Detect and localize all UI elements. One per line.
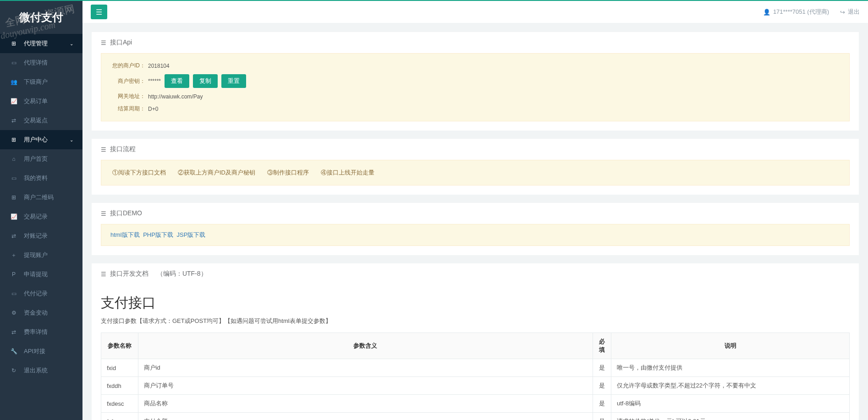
- nav-icon: ⊞: [9, 194, 18, 201]
- reset-button[interactable]: 重置: [221, 74, 246, 88]
- cell-required: 是: [593, 377, 611, 395]
- cell-desc: utf-8编码: [611, 395, 850, 413]
- chevron-down-icon: ⌄: [70, 41, 73, 46]
- sidebar-item[interactable]: 🔧API对接: [0, 342, 82, 361]
- cell-name: fxdesc: [101, 395, 138, 413]
- logout-link[interactable]: ↪ 退出: [840, 8, 860, 16]
- sidebar-item[interactable]: ▭代付记录: [0, 284, 82, 303]
- cell-desc: 唯一号，由微付支付提供: [611, 359, 850, 377]
- nav-label: 下级商户: [24, 78, 48, 86]
- sidebar-item[interactable]: ⊞商户二维码: [0, 188, 82, 207]
- settle-value: D+0: [148, 106, 158, 112]
- nav-label: 退出系统: [24, 366, 48, 375]
- panel-heading-flow: ☰ 接口流程: [92, 139, 859, 160]
- user-profile-link[interactable]: 👤 171****7051 (代理商): [763, 8, 829, 16]
- user-name: 171****7051 (代理商): [773, 8, 829, 16]
- list-icon: ☰: [101, 271, 106, 278]
- chevron-down-icon: ⌄: [70, 137, 73, 142]
- merchant-id-value: 2018104: [148, 63, 170, 69]
- nav-icon: ＋: [9, 251, 18, 259]
- sidebar-item[interactable]: 📈交易订单: [0, 92, 82, 111]
- panel-title: 接口流程: [110, 145, 136, 153]
- cell-meaning: 商户订单号: [138, 377, 593, 395]
- nav-label: 资金变动: [24, 309, 48, 317]
- sidebar-item[interactable]: ⇄费率详情: [0, 322, 82, 342]
- sidebar-item[interactable]: 📈交易记录: [0, 207, 82, 226]
- nav-user-center[interactable]: ⊞ 用户中心 ⌄: [0, 130, 82, 149]
- list-icon: ☰: [101, 39, 106, 46]
- list-icon: ☰: [101, 210, 106, 217]
- doc-subtitle: 支付接口参数【请求方式：GET或POST均可】【如遇问题可尝试用html表单提交…: [101, 317, 850, 325]
- copy-button[interactable]: 复制: [193, 74, 218, 88]
- cell-meaning: 商户id: [138, 359, 593, 377]
- nav-icon: ⇄: [9, 117, 18, 124]
- sidebar-item[interactable]: ＋提现账户: [0, 245, 82, 265]
- panel-api: ☰ 接口Api 您的商户ID： 2018104 商户密钥： ****** 查看: [92, 32, 859, 131]
- cell-desc: 仅允许字母或数字类型,不超过22个字符，不要有中文: [611, 377, 850, 395]
- nav-label: 我的资料: [24, 174, 48, 182]
- doc-heading: 支付接口: [101, 294, 850, 312]
- nav-label: 对账记录: [24, 232, 48, 240]
- cell-name: fxddh: [101, 377, 138, 395]
- nav-icon: ⇄: [9, 233, 18, 239]
- gateway-label: 网关地址：: [112, 93, 145, 100]
- sidebar-item[interactable]: ▭代理详情: [0, 53, 82, 72]
- nav-label: API对接: [24, 347, 45, 355]
- demo-links-box: html版下载 PHP版下载 JSP版下载: [101, 224, 850, 246]
- flow-steps: ①阅读下方接口文档 ②获取上方商户ID及商户秘钥 ③制作接口程序 ④接口上线开始…: [101, 160, 850, 185]
- sidebar: 微付支付 ⊞ 代理管理 ⌄ ▭代理详情👥下级商户📈交易订单⇄交易返点 ⊞ 用户中…: [0, 1, 82, 420]
- secret-label: 商户密钥：: [112, 77, 145, 85]
- demo-link-jsp[interactable]: JSP版下载: [177, 231, 206, 238]
- panel-heading-api: ☰ 接口Api: [92, 32, 859, 53]
- cell-meaning: 商品名称: [138, 395, 593, 413]
- table-row: fxddh商户订单号是仅允许字母或数字类型,不超过22个字符，不要有中文: [101, 377, 850, 395]
- sidebar-item[interactable]: ⚙资金变动: [0, 303, 82, 322]
- demo-link-php[interactable]: PHP版下载: [143, 231, 173, 238]
- nav-label: 商户二维码: [24, 193, 54, 202]
- params-table: 参数名称 参数含义 必填 说明 fxid商户id是唯一号，由微付支付提供fxdd…: [101, 333, 850, 420]
- table-row: fxid商户id是唯一号，由微付支付提供: [101, 359, 850, 377]
- list-icon: ☰: [101, 146, 106, 153]
- sidebar-item[interactable]: 👥下级商户: [0, 72, 82, 92]
- secret-value: ******: [148, 78, 161, 84]
- sidebar-item[interactable]: ⇄交易返点: [0, 111, 82, 130]
- gateway-value: http://waiuwk.com/Pay: [148, 93, 203, 100]
- nav-icon: P: [9, 271, 18, 278]
- nav-label: 代理详情: [24, 59, 48, 67]
- sidebar-item[interactable]: ↻退出系统: [0, 361, 82, 380]
- nav-label: 申请提现: [24, 270, 48, 278]
- sidebar-item[interactable]: ⌂用户首页: [0, 149, 82, 169]
- api-info-box: 您的商户ID： 2018104 商户密钥： ****** 查看 复制 重置 网关…: [101, 53, 850, 121]
- windows-icon: ⊞: [9, 40, 18, 47]
- table-row: fxfee支付金额是请求的价格(单位：元) 可以0.01元: [101, 413, 850, 420]
- nav-icon: ⚙: [9, 310, 18, 316]
- th-name: 参数名称: [101, 333, 138, 359]
- panel-title: 接口DEMO: [110, 209, 142, 218]
- cell-meaning: 支付金额: [138, 413, 593, 420]
- menu-toggle-button[interactable]: ☰: [91, 5, 107, 19]
- sidebar-item[interactable]: P申请提现: [0, 265, 82, 284]
- view-button[interactable]: 查看: [165, 74, 189, 88]
- logout-label: 退出: [848, 8, 860, 16]
- nav-agent-management[interactable]: ⊞ 代理管理 ⌄: [0, 34, 82, 53]
- sidebar-item[interactable]: ▭我的资料: [0, 169, 82, 188]
- brand-logo: 微付支付: [0, 1, 82, 34]
- nav-label: 代付记录: [24, 289, 48, 298]
- nav-icon: ⇄: [9, 329, 18, 335]
- nav-icon: 📈: [9, 98, 18, 104]
- nav-icon: ▭: [9, 60, 18, 66]
- user-icon: 👤: [763, 9, 770, 16]
- nav-icon: ▭: [9, 290, 18, 297]
- sidebar-item[interactable]: ⇄对账记录: [0, 226, 82, 245]
- demo-link-html[interactable]: html版下载: [110, 231, 140, 238]
- nav-icon: 👥: [9, 79, 18, 85]
- cell-desc: 请求的价格(单位：元) 可以0.01元: [611, 413, 850, 420]
- panel-demo: ☰ 接口DEMO html版下载 PHP版下载 JSP版下载: [92, 203, 859, 255]
- nav-label: 用户首页: [24, 155, 48, 163]
- nav-label: 用户中心: [24, 136, 48, 144]
- nav-label: 代理管理: [24, 39, 48, 48]
- nav-icon: ↻: [9, 367, 18, 374]
- th-meaning: 参数含义: [138, 333, 593, 359]
- panel-doc: ☰ 接口开发文档 （编码：UTF-8） 支付接口 支付接口参数【请求方式：GET…: [92, 263, 859, 420]
- th-required: 必填: [593, 333, 611, 359]
